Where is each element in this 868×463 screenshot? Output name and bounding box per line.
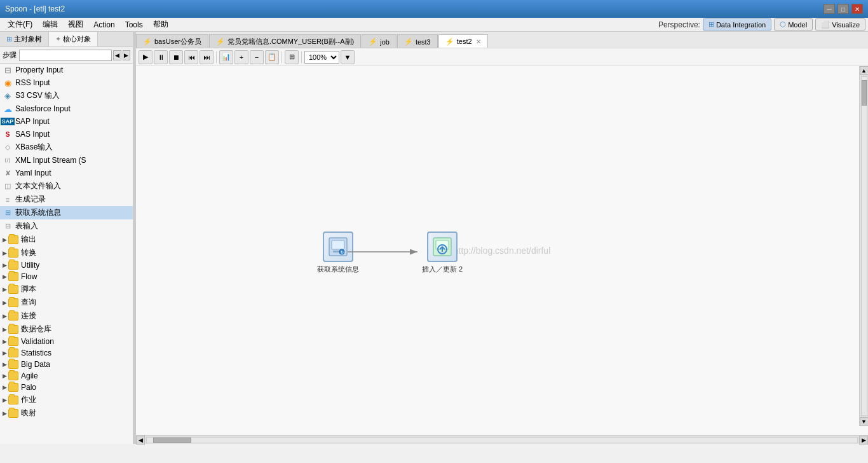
tree-item-sap[interactable]: SAP SAP Input xyxy=(0,115,133,128)
scroll-up-button[interactable]: ▲ xyxy=(860,66,869,75)
tree-item-sas[interactable]: S SAS Input xyxy=(0,128,133,141)
tree-item-yaml[interactable]: ✘ Yaml Input xyxy=(0,167,133,179)
folder-output-arrow: ▶ xyxy=(3,237,7,243)
remove-button[interactable]: − xyxy=(250,50,264,64)
folder-validation-arrow: ▶ xyxy=(3,338,7,345)
folder-work-icon xyxy=(8,396,18,404)
tab-test2-close[interactable]: ✕ xyxy=(476,38,481,45)
perspective-data-integration[interactable]: ⊞ Data Integration xyxy=(703,18,771,31)
log-button[interactable]: 📋 xyxy=(265,50,279,64)
folder-palo-arrow: ▶ xyxy=(3,384,7,390)
menu-action[interactable]: Action xyxy=(88,19,119,31)
folder-output[interactable]: ▶ 输出 xyxy=(0,233,133,246)
stop-button[interactable]: ⏹ xyxy=(169,50,183,64)
folder-palo[interactable]: ▶ Palo xyxy=(0,382,133,393)
tab-core-objects[interactable]: ✦ 核心对象 xyxy=(49,32,98,46)
horizontal-scrollbar[interactable]: ◀ ▶ xyxy=(136,435,868,444)
step-label: 步骤 xyxy=(3,50,17,60)
tab-job[interactable]: ⚡ job xyxy=(362,34,397,48)
folder-map-icon xyxy=(8,409,18,418)
preview-button[interactable]: ⏮ xyxy=(184,50,198,64)
perspective-model[interactable]: ⬡ Model xyxy=(774,18,813,31)
perspective-label: Perspective: xyxy=(658,20,700,29)
folder-agile[interactable]: ▶ Agile xyxy=(0,370,133,382)
folder-work[interactable]: ▶ 作业 xyxy=(0,393,133,406)
tab-test2-icon: ⚡ xyxy=(445,38,454,46)
zoom-select[interactable]: 100% 75% 50% 150% 200% xyxy=(304,51,339,64)
tree-item-xbase[interactable]: ◇ XBase输入 xyxy=(0,141,133,154)
folder-bigdata[interactable]: ▶ Big Data xyxy=(0,359,133,370)
folder-script[interactable]: ▶ 脚本 xyxy=(0,282,133,296)
left-tabs: ⊞ 主对象树 ✦ 核心对象 xyxy=(0,32,133,47)
scroll-track-horizontal[interactable] xyxy=(146,437,858,443)
scroll-down-button[interactable]: ▼ xyxy=(860,417,869,426)
model-icon: ⬡ xyxy=(780,20,786,29)
folder-connect[interactable]: ▶ 连接 xyxy=(0,309,133,322)
folder-utility-arrow: ▶ xyxy=(3,262,7,268)
folder-query[interactable]: ▶ 查询 xyxy=(0,296,133,309)
zoom-dropdown-button[interactable]: ▼ xyxy=(341,50,355,64)
run-button[interactable]: ⏭ xyxy=(200,50,214,64)
folder-transform-arrow: ▶ xyxy=(3,250,7,256)
tab-basuser[interactable]: ⚡ basUser公务员 xyxy=(136,34,208,48)
minimize-button[interactable]: ─ xyxy=(824,4,835,14)
folder-flow[interactable]: ▶ Flow xyxy=(0,271,133,282)
tree-item-gen-log[interactable]: ≡ 生成记录 xyxy=(0,193,133,206)
folder-map-arrow: ▶ xyxy=(3,410,7,417)
maximize-button[interactable]: □ xyxy=(837,4,849,14)
menu-file[interactable]: 文件(F) xyxy=(3,18,37,31)
step-next-button[interactable]: ▶ xyxy=(123,50,131,60)
gen-log-icon: ≡ xyxy=(3,195,13,205)
add-button[interactable]: + xyxy=(234,50,248,64)
menu-view[interactable]: 视图 xyxy=(63,18,88,31)
tree-item-salesforce[interactable]: ☁ Salesforce Input xyxy=(0,102,133,115)
main-layout: ⊞ 主对象树 ✦ 核心对象 步骤 ◀ ▶ ⊟ Property Input ◉ xyxy=(0,32,868,444)
tab-test3-icon: ⚡ xyxy=(404,38,413,46)
tree-item-xml[interactable]: ⟨/⟩ XML Input Stream (S xyxy=(0,154,133,167)
tree-item-s3-csv[interactable]: ◈ S3 CSV 输入 xyxy=(0,89,133,102)
folder-transform[interactable]: ▶ 转换 xyxy=(0,246,133,259)
vertical-scrollbar[interactable]: ▲ ▼ xyxy=(859,66,868,426)
tree-item-property-input[interactable]: ⊟ Property Input xyxy=(0,64,133,76)
folder-connect-arrow: ▶ xyxy=(3,313,7,319)
tree-item-tbl-input[interactable]: ⊟ 表输入 xyxy=(0,219,133,233)
folder-query-arrow: ▶ xyxy=(3,300,7,306)
tab-main-objects[interactable]: ⊞ 主对象树 xyxy=(0,32,49,46)
tab-test2[interactable]: ⚡ test2 ✕ xyxy=(438,34,488,48)
scroll-thumb-horizontal[interactable] xyxy=(153,438,191,443)
tree-item-txt-file[interactable]: ◫ 文本文件输入 xyxy=(0,179,133,193)
tree-item-get-sys[interactable]: ⊞ 获取系统信息 xyxy=(0,206,133,219)
folder-utility[interactable]: ▶ Utility xyxy=(0,259,133,271)
menu-help[interactable]: 帮助 xyxy=(148,18,173,31)
get-sys-node-label: 获取系统信息 xyxy=(317,265,359,274)
pause-button[interactable]: ⏸ xyxy=(154,50,168,64)
tree-container[interactable]: ⊟ Property Input ◉ RSS Input ◈ S3 CSV 输入… xyxy=(0,64,133,444)
folder-statistics[interactable]: ▶ Statistics xyxy=(0,347,133,359)
folder-validation[interactable]: ▶ Validation xyxy=(0,336,133,347)
folder-map[interactable]: ▶ 映射 xyxy=(0,406,133,420)
folder-datawarehouse[interactable]: ▶ 数据仓库 xyxy=(0,322,133,336)
tab-dangji[interactable]: ⚡ 党员党籍信息.COMMY_USER(B副--A副) xyxy=(209,34,361,48)
tab-test3[interactable]: ⚡ test3 xyxy=(397,34,438,48)
scroll-track-vertical[interactable] xyxy=(861,76,867,416)
etl-node-get-sys[interactable]: ↻ 获取系统信息 xyxy=(317,232,359,274)
canvas-area[interactable]: http://blog.csdn.net/dirful ↻ 获取系统信息 xyxy=(136,66,868,435)
grid-button[interactable]: ⊞ xyxy=(285,50,299,64)
step-metrics-button[interactable]: 📊 xyxy=(219,50,233,64)
play-button[interactable]: ▶ xyxy=(139,50,153,64)
menu-edit[interactable]: 编辑 xyxy=(37,18,63,31)
folder-palo-icon xyxy=(8,383,18,392)
perspective-visualize[interactable]: ⬜ Visualize xyxy=(815,18,865,31)
left-panel: ⊞ 主对象树 ✦ 核心对象 步骤 ◀ ▶ ⊟ Property Input ◉ xyxy=(0,32,133,444)
main-objects-icon: ⊞ xyxy=(6,35,12,43)
watermark: http://blog.csdn.net/dirful xyxy=(454,245,551,256)
etl-node-insert-update[interactable]: 插入／更新 2 xyxy=(422,232,463,274)
step-search-input[interactable] xyxy=(19,50,112,61)
scroll-right-button[interactable]: ▶ xyxy=(859,436,868,445)
menu-tools[interactable]: Tools xyxy=(120,19,148,31)
close-button[interactable]: ✕ xyxy=(851,4,863,14)
tree-item-rss-input[interactable]: ◉ RSS Input xyxy=(0,76,133,89)
scroll-left-button[interactable]: ◀ xyxy=(136,436,145,445)
scroll-thumb-vertical[interactable] xyxy=(862,80,867,106)
step-prev-button[interactable]: ◀ xyxy=(113,50,121,60)
